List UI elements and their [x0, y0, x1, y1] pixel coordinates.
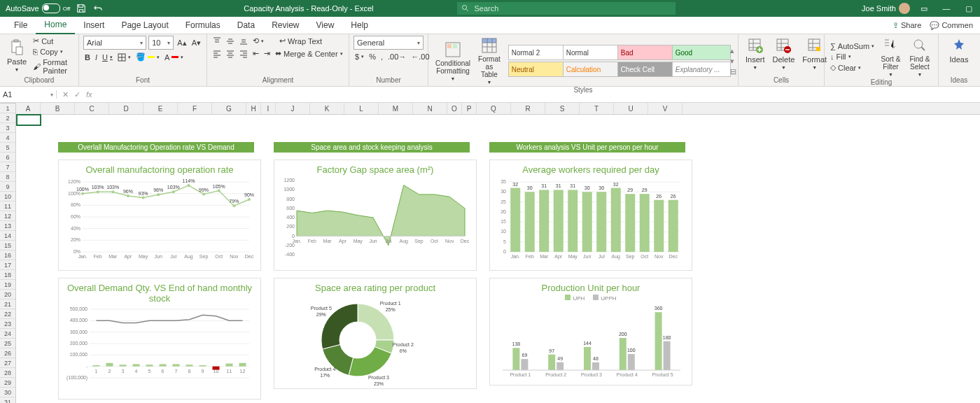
tab-page-layout[interactable]: Page Layout — [113, 17, 176, 34]
comment-button[interactable]: 💬 Commen — [928, 20, 974, 31]
column-header[interactable]: T — [580, 103, 614, 114]
row-header[interactable]: 8 — [0, 172, 15, 182]
style-bad[interactable]: Bad — [617, 45, 676, 60]
chart-uph[interactable]: Production Unit per hour UPHUPPH 13869Pr… — [489, 278, 692, 386]
cut-button[interactable]: ✂Cut — [31, 36, 74, 46]
search-box[interactable]: Search — [457, 2, 676, 15]
merge-center-button[interactable]: ⬌Merge & Center▾ — [274, 48, 344, 59]
column-header[interactable]: U — [614, 103, 648, 114]
chart-demand-stock[interactable]: Overall Demand Qty. VS End of hand month… — [58, 278, 261, 400]
row-header[interactable]: 20 — [0, 290, 15, 299]
column-header[interactable]: F — [178, 103, 212, 114]
style-explanatory[interactable]: Explanatory ... — [672, 62, 731, 77]
fx-icon[interactable]: fx — [86, 90, 92, 99]
row-header[interactable]: 17 — [0, 260, 15, 270]
align-middle-button[interactable] — [225, 36, 236, 46]
row-header[interactable]: 3 — [0, 123, 15, 133]
cell-styles-gallery[interactable]: Normal 2 Normal Bad Good Neutral Calcula… — [508, 45, 725, 77]
row-header[interactable]: 14 — [0, 231, 15, 241]
column-header[interactable]: P — [462, 103, 477, 114]
align-top-button[interactable] — [211, 36, 223, 46]
row-header[interactable]: 26 — [0, 348, 15, 358]
column-header[interactable]: M — [379, 103, 413, 114]
conditional-formatting-button[interactable]: Conditional Formatting▼ — [433, 40, 473, 83]
wrap-text-button[interactable]: ↩Wrap Text — [278, 36, 323, 46]
copy-button[interactable]: ⎘Copy▾ — [31, 47, 74, 57]
tab-review[interactable]: Review — [263, 17, 307, 34]
font-family-combo[interactable]: Arial▾ — [83, 36, 146, 50]
align-bottom-button[interactable] — [238, 36, 249, 46]
increase-decimal-button[interactable]: .00→ — [386, 52, 407, 62]
sort-filter-button[interactable]: Sort & Filter▼ — [878, 36, 904, 78]
row-header[interactable]: 7 — [0, 162, 15, 172]
percent-button[interactable]: % — [368, 52, 377, 62]
fill-button[interactable]: ↓Fill▾ — [829, 52, 876, 62]
chart-space-rating[interactable]: Space area rating per product Product 12… — [274, 278, 477, 389]
bold-button[interactable]: B — [83, 52, 92, 62]
tab-formulas[interactable]: Formulas — [177, 17, 229, 34]
chart-operation-rate[interactable]: Overall manufactoring operation rate 0%2… — [58, 160, 261, 271]
paste-button[interactable]: Paste▼ — [4, 38, 29, 73]
format-as-table-button[interactable]: Format as Table▼ — [475, 36, 503, 86]
row-header[interactable]: 10 — [0, 192, 15, 202]
style-good[interactable]: Good — [672, 45, 731, 60]
align-right-button[interactable] — [238, 49, 249, 59]
borders-button[interactable]: ▾ — [116, 52, 132, 62]
ribbon-display-icon[interactable]: ▭ — [918, 3, 930, 14]
font-size-combo[interactable]: 10▾ — [148, 36, 174, 50]
style-normal2[interactable]: Normal 2 — [508, 45, 567, 60]
row-header[interactable]: 9 — [0, 182, 15, 192]
align-center-button[interactable] — [225, 49, 236, 59]
autosum-button[interactable]: ∑ AutoSum▾ — [829, 41, 876, 51]
column-header[interactable]: C — [75, 103, 109, 114]
style-normal[interactable]: Normal — [563, 45, 622, 60]
column-header[interactable]: D — [109, 103, 144, 114]
row-header[interactable]: 5 — [0, 143, 15, 153]
row-headers[interactable]: 1234567891011121314151617181920212223242… — [0, 104, 16, 403]
style-neutral[interactable]: Neutral — [508, 62, 567, 77]
row-header[interactable]: 29 — [0, 378, 15, 388]
column-header[interactable]: A — [16, 103, 41, 114]
tab-view[interactable]: View — [308, 17, 343, 34]
delete-cells-button[interactable]: Delete▼ — [770, 36, 798, 71]
user-name[interactable]: Joe Smith — [862, 3, 910, 14]
row-header[interactable]: 2 — [0, 113, 15, 123]
style-calculation[interactable]: Calculation — [563, 62, 622, 77]
row-header[interactable]: 1 — [0, 104, 15, 113]
row-header[interactable]: 6 — [0, 153, 15, 162]
column-header[interactable]: B — [41, 103, 75, 114]
row-header[interactable]: 27 — [0, 358, 15, 368]
orientation-button[interactable]: ⟲▾ — [251, 36, 265, 46]
row-header[interactable]: 18 — [0, 270, 15, 280]
share-button[interactable]: ⇪ Share — [891, 20, 923, 31]
align-left-button[interactable] — [211, 49, 223, 59]
column-header[interactable]: R — [511, 103, 545, 114]
clear-button[interactable]: ◇Clear▾ — [829, 62, 876, 73]
column-header[interactable]: I — [261, 103, 276, 114]
fill-color-button[interactable]: 🪣▾ — [134, 52, 161, 62]
row-header[interactable]: 13 — [0, 221, 15, 231]
format-painter-button[interactable]: 🖌Format Painter — [31, 57, 74, 76]
column-header[interactable]: J — [276, 103, 310, 114]
row-header[interactable]: 25 — [0, 339, 15, 348]
italic-button[interactable]: I — [94, 52, 99, 62]
column-header[interactable]: V — [648, 103, 682, 114]
column-header[interactable]: L — [344, 103, 379, 114]
row-header[interactable]: 16 — [0, 250, 15, 260]
row-header[interactable]: 19 — [0, 280, 15, 290]
font-color-button[interactable]: A▾ — [163, 52, 185, 62]
tab-data[interactable]: Data — [229, 17, 263, 34]
minimize-icon[interactable]: — — [941, 3, 952, 14]
row-header[interactable]: 28 — [0, 368, 15, 378]
comma-button[interactable]: , — [379, 52, 384, 62]
currency-button[interactable]: $▾ — [354, 52, 365, 62]
row-header[interactable]: 12 — [0, 211, 15, 221]
column-header[interactable]: H — [246, 103, 261, 114]
enter-formula-icon[interactable]: ✓ — [74, 90, 80, 99]
insert-cells-button[interactable]: Insert▼ — [743, 36, 768, 71]
decrease-indent-button[interactable]: ⇤ — [251, 48, 260, 59]
tab-help[interactable]: Help — [342, 17, 377, 34]
row-header[interactable]: 21 — [0, 299, 15, 309]
column-header[interactable]: Q — [477, 103, 511, 114]
style-check-cell[interactable]: Check Cell — [617, 62, 676, 77]
